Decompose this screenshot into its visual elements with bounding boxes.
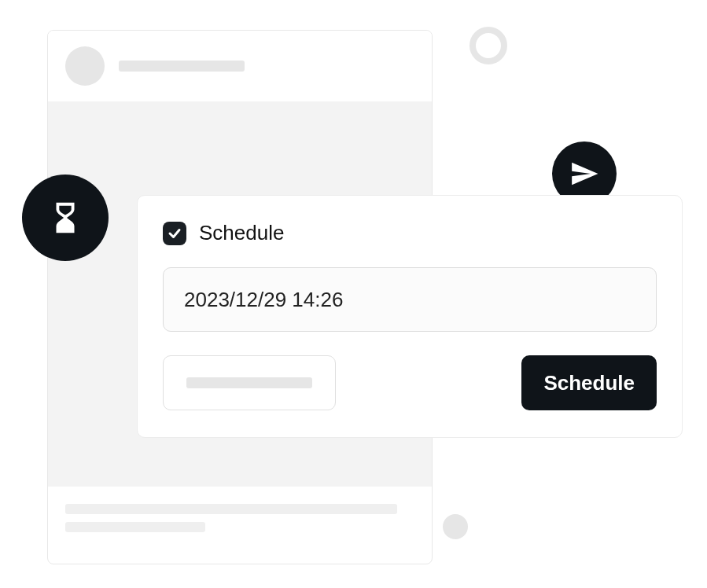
schedule-label: Schedule [199, 221, 284, 245]
post-header [48, 31, 432, 101]
schedule-button[interactable]: Schedule [521, 355, 657, 410]
button-placeholder [186, 377, 312, 388]
secondary-button[interactable] [163, 355, 336, 410]
text-placeholder [65, 504, 397, 514]
ring-decor [469, 27, 507, 64]
schedule-indicator [22, 175, 109, 261]
text-placeholder [65, 522, 205, 532]
schedule-header: Schedule [163, 221, 657, 245]
check-icon [168, 226, 182, 241]
datetime-input[interactable] [163, 267, 657, 332]
avatar [65, 46, 105, 86]
schedule-actions: Schedule [163, 355, 657, 410]
post-footer [48, 487, 432, 557]
schedule-modal: Schedule Schedule [137, 195, 683, 438]
post-title-placeholder [119, 61, 245, 72]
schedule-checkbox[interactable] [163, 222, 186, 245]
dot-decor [443, 514, 468, 539]
paper-plane-icon [569, 159, 599, 189]
hourglass-icon [47, 200, 83, 236]
